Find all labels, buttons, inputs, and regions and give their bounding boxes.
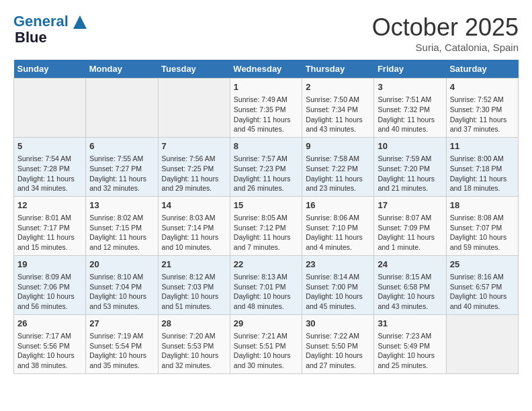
day-number: 23 [306, 259, 370, 271]
day-number: 1 [234, 81, 298, 93]
day-number: 14 [162, 199, 226, 212]
day-number: 2 [306, 81, 370, 93]
day-info: Sunrise: 8:01 AMSunset: 7:17 PMDaylight:… [17, 213, 82, 253]
day-info: Sunrise: 8:02 AMSunset: 7:15 PMDaylight:… [89, 213, 154, 253]
calendar-cell: 1Sunrise: 7:49 AMSunset: 7:35 PMDaylight… [230, 79, 302, 138]
logo-icon [73, 15, 87, 29]
month-title: October 2025 [372, 13, 519, 42]
calendar-cell: 7Sunrise: 7:56 AMSunset: 7:25 PMDaylight… [158, 137, 230, 196]
day-info: Sunrise: 7:50 AMSunset: 7:34 PMDaylight:… [306, 95, 370, 134]
day-number: 15 [234, 199, 298, 212]
day-info: Sunrise: 8:07 AMSunset: 7:09 PMDaylight:… [378, 213, 442, 253]
calendar-cell: 30Sunrise: 7:22 AMSunset: 5:50 PMDayligh… [302, 314, 374, 373]
day-info: Sunrise: 7:19 AMSunset: 5:54 PMDaylight:… [89, 331, 154, 371]
calendar-cell: 16Sunrise: 8:06 AMSunset: 7:10 PMDayligh… [302, 196, 374, 255]
calendar-cell: 24Sunrise: 8:15 AMSunset: 6:58 PMDayligh… [374, 255, 446, 314]
calendar-cell: 20Sunrise: 8:10 AMSunset: 7:04 PMDayligh… [86, 255, 158, 314]
calendar-cell: 18Sunrise: 8:08 AMSunset: 7:07 PMDayligh… [446, 196, 518, 255]
day-info: Sunrise: 8:05 AMSunset: 7:12 PMDaylight:… [234, 213, 298, 253]
day-info: Sunrise: 7:52 AMSunset: 7:30 PMDaylight:… [450, 95, 515, 134]
day-number: 31 [378, 318, 442, 330]
day-number: 5 [17, 140, 82, 152]
col-header-thursday: Thursday [302, 60, 374, 79]
day-number: 18 [450, 199, 515, 212]
day-number: 24 [378, 259, 442, 271]
calendar-table: SundayMondayTuesdayWednesdayThursdayFrid… [13, 60, 519, 374]
logo: General Blue [13, 13, 87, 46]
calendar-cell: 15Sunrise: 8:05 AMSunset: 7:12 PMDayligh… [230, 196, 302, 255]
day-number: 21 [162, 259, 226, 271]
calendar-cell: 3Sunrise: 7:51 AMSunset: 7:32 PMDaylight… [374, 79, 446, 138]
day-number: 26 [17, 318, 82, 330]
calendar-cell: 8Sunrise: 7:57 AMSunset: 7:23 PMDaylight… [230, 137, 302, 196]
day-info: Sunrise: 8:08 AMSunset: 7:07 PMDaylight:… [450, 213, 515, 253]
week-row-1: 1Sunrise: 7:49 AMSunset: 7:35 PMDaylight… [14, 79, 519, 138]
calendar-cell: 17Sunrise: 8:07 AMSunset: 7:09 PMDayligh… [374, 196, 446, 255]
logo-general: General [13, 13, 69, 30]
calendar-cell: 4Sunrise: 7:52 AMSunset: 7:30 PMDaylight… [446, 79, 518, 138]
day-number: 19 [17, 259, 82, 271]
calendar-cell: 5Sunrise: 7:54 AMSunset: 7:28 PMDaylight… [14, 137, 86, 196]
calendar-cell: 11Sunrise: 8:00 AMSunset: 7:18 PMDayligh… [446, 137, 518, 196]
day-info: Sunrise: 8:00 AMSunset: 7:18 PMDaylight:… [450, 154, 515, 193]
location-subtitle: Suria, Catalonia, Spain [372, 42, 519, 53]
day-info: Sunrise: 7:49 AMSunset: 7:35 PMDaylight:… [234, 95, 298, 134]
calendar-cell: 19Sunrise: 8:09 AMSunset: 7:06 PMDayligh… [14, 255, 86, 314]
calendar-cell [446, 314, 518, 373]
calendar-cell: 2Sunrise: 7:50 AMSunset: 7:34 PMDaylight… [302, 79, 374, 138]
title-block: October 2025 Suria, Catalonia, Spain [372, 13, 519, 53]
day-info: Sunrise: 7:51 AMSunset: 7:32 PMDaylight:… [378, 95, 442, 134]
day-info: Sunrise: 8:16 AMSunset: 6:57 PMDaylight:… [450, 272, 515, 312]
day-info: Sunrise: 8:09 AMSunset: 7:06 PMDaylight:… [17, 272, 82, 312]
calendar-cell: 22Sunrise: 8:13 AMSunset: 7:01 PMDayligh… [230, 255, 302, 314]
svg-marker-0 [73, 15, 87, 29]
day-info: Sunrise: 7:54 AMSunset: 7:28 PMDaylight:… [17, 154, 82, 193]
day-number: 12 [17, 199, 82, 212]
calendar-cell: 26Sunrise: 7:17 AMSunset: 5:56 PMDayligh… [14, 314, 86, 373]
day-number: 13 [89, 199, 154, 212]
calendar-cell: 31Sunrise: 7:23 AMSunset: 5:49 PMDayligh… [374, 314, 446, 373]
day-number: 29 [234, 318, 298, 330]
day-info: Sunrise: 7:23 AMSunset: 5:49 PMDaylight:… [378, 331, 442, 371]
day-number: 27 [89, 318, 154, 330]
day-info: Sunrise: 8:15 AMSunset: 6:58 PMDaylight:… [378, 272, 442, 312]
calendar-cell: 13Sunrise: 8:02 AMSunset: 7:15 PMDayligh… [86, 196, 158, 255]
calendar-cell: 29Sunrise: 7:21 AMSunset: 5:51 PMDayligh… [230, 314, 302, 373]
col-header-tuesday: Tuesday [158, 60, 230, 79]
calendar-cell: 10Sunrise: 7:59 AMSunset: 7:20 PMDayligh… [374, 137, 446, 196]
calendar-cell: 21Sunrise: 8:12 AMSunset: 7:03 PMDayligh… [158, 255, 230, 314]
logo-text: General [13, 13, 87, 30]
day-number: 17 [378, 199, 442, 212]
header-row: SundayMondayTuesdayWednesdayThursdayFrid… [14, 60, 519, 79]
day-info: Sunrise: 8:03 AMSunset: 7:14 PMDaylight:… [162, 213, 226, 253]
week-row-4: 19Sunrise: 8:09 AMSunset: 7:06 PMDayligh… [14, 255, 519, 314]
calendar-cell: 25Sunrise: 8:16 AMSunset: 6:57 PMDayligh… [446, 255, 518, 314]
day-number: 8 [234, 140, 298, 152]
col-header-wednesday: Wednesday [230, 60, 302, 79]
day-number: 28 [162, 318, 226, 330]
day-number: 25 [450, 259, 515, 271]
calendar-cell: 12Sunrise: 8:01 AMSunset: 7:17 PMDayligh… [14, 196, 86, 255]
day-info: Sunrise: 7:59 AMSunset: 7:20 PMDaylight:… [378, 154, 442, 193]
calendar-cell: 23Sunrise: 8:14 AMSunset: 7:00 PMDayligh… [302, 255, 374, 314]
day-info: Sunrise: 8:06 AMSunset: 7:10 PMDaylight:… [306, 213, 370, 253]
col-header-sunday: Sunday [14, 60, 86, 79]
day-number: 7 [162, 140, 226, 152]
day-number: 3 [378, 81, 442, 93]
col-header-saturday: Saturday [446, 60, 518, 79]
day-number: 4 [450, 81, 515, 93]
day-info: Sunrise: 7:17 AMSunset: 5:56 PMDaylight:… [17, 331, 82, 371]
logo-blue: Blue [13, 30, 87, 46]
week-row-3: 12Sunrise: 8:01 AMSunset: 7:17 PMDayligh… [14, 196, 519, 255]
calendar-cell [158, 79, 230, 138]
calendar-cell [86, 79, 158, 138]
day-info: Sunrise: 7:55 AMSunset: 7:27 PMDaylight:… [89, 154, 154, 193]
day-info: Sunrise: 8:14 AMSunset: 7:00 PMDaylight:… [306, 272, 370, 312]
week-row-5: 26Sunrise: 7:17 AMSunset: 5:56 PMDayligh… [14, 314, 519, 373]
day-number: 9 [306, 140, 370, 152]
page-header: General Blue October 2025 Suria, Catalon… [13, 13, 519, 53]
calendar-cell: 28Sunrise: 7:20 AMSunset: 5:53 PMDayligh… [158, 314, 230, 373]
day-number: 10 [378, 140, 442, 152]
day-number: 6 [89, 140, 154, 152]
col-header-friday: Friday [374, 60, 446, 79]
